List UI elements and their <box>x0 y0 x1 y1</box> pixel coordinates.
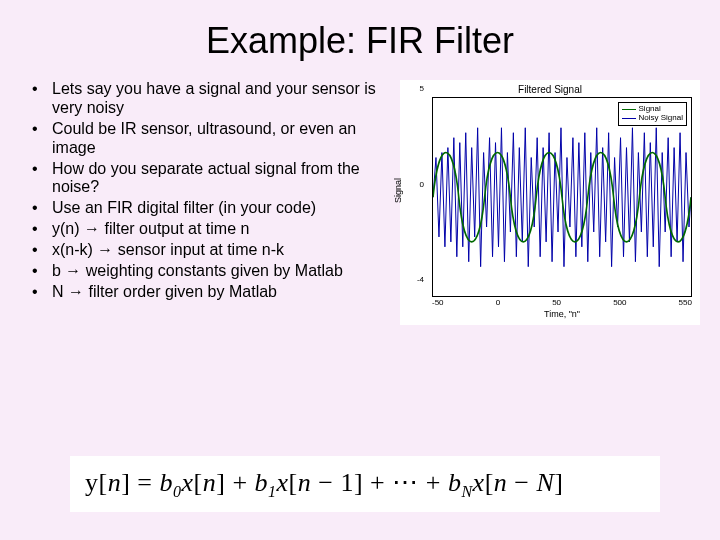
x-tick: 0 <box>496 298 500 307</box>
x-axis-label: Time, "n" <box>432 309 692 319</box>
chart-svg <box>433 98 691 296</box>
bullet-item: Use an FIR digital filter (in your code) <box>28 199 388 218</box>
chart: Filtered Signal 5 0 -4 Signal Signal <box>400 80 700 325</box>
y-tick: 0 <box>412 180 424 189</box>
chart-legend: Signal Noisy Signal <box>618 102 687 126</box>
bullet-item: b → weighting constants given by Matlab <box>28 262 388 281</box>
chart-container: Filtered Signal 5 0 -4 Signal Signal <box>396 80 704 325</box>
x-tick: 550 <box>679 298 692 307</box>
legend-swatch <box>622 109 636 110</box>
bullet-item: Lets say you have a signal and your sens… <box>28 80 388 118</box>
bullet-item: y(n) → filter output at time n <box>28 220 388 239</box>
content-row: Lets say you have a signal and your sens… <box>0 80 720 325</box>
formula: y[n] = b0x[n] + b1x[n − 1] + ⋯ + bNx[n −… <box>70 456 660 512</box>
bullet-item: N → filter order given by Matlab <box>28 283 388 302</box>
chart-title: Filtered Signal <box>406 84 694 95</box>
x-tick: 50 <box>552 298 561 307</box>
x-ticks: -50 0 50 500 550 <box>432 298 692 307</box>
bullet-item: Could be IR sensor, ultrasound, or even … <box>28 120 388 158</box>
plot-area: Signal Noisy Signal <box>432 97 692 297</box>
y-tick: 5 <box>412 84 424 93</box>
x-tick: 500 <box>613 298 626 307</box>
legend-entry-noisy: Noisy Signal <box>622 114 683 123</box>
x-tick: -50 <box>432 298 444 307</box>
bullet-item: x(n-k) → sensor input at time n-k <box>28 241 388 260</box>
y-axis-label: Signal <box>393 177 403 202</box>
y-tick: -4 <box>412 275 424 284</box>
legend-swatch <box>622 118 636 119</box>
y-ticks: 5 0 -4 <box>412 84 424 284</box>
bullet-item: How do you separate actual signal from t… <box>28 160 388 198</box>
bullet-list: Lets say you have a signal and your sens… <box>28 80 388 325</box>
legend-label: Noisy Signal <box>639 114 683 123</box>
slide-title: Example: FIR Filter <box>0 0 720 80</box>
